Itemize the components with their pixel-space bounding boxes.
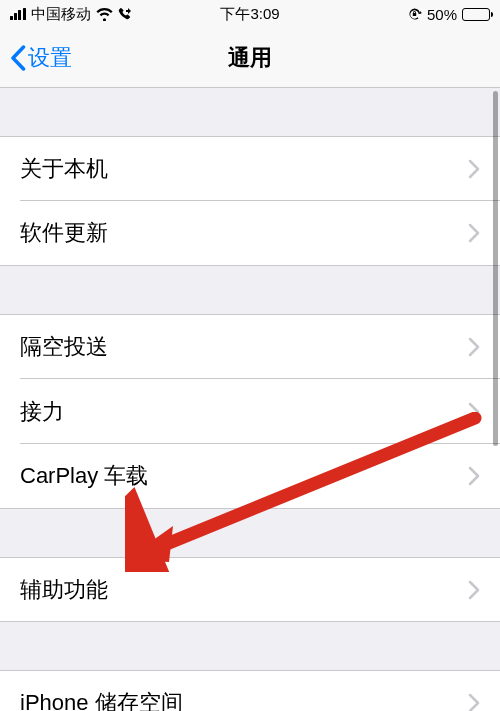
scrollbar-thumb[interactable] <box>493 91 498 446</box>
row-handoff[interactable]: 接力 <box>0 379 500 444</box>
status-left: 中国移动 <box>10 5 132 24</box>
status-time: 下午3:09 <box>220 5 279 24</box>
row-label: 接力 <box>20 397 64 427</box>
nav-bar: 设置 通用 <box>0 28 500 88</box>
call-forward-icon <box>118 7 132 21</box>
chevron-right-icon <box>468 159 480 179</box>
row-label: 软件更新 <box>20 218 108 248</box>
chevron-right-icon <box>468 693 480 711</box>
group-gap <box>0 88 500 136</box>
row-airdrop[interactable]: 隔空投送 <box>0 314 500 379</box>
chevron-right-icon <box>468 337 480 357</box>
group-gap <box>0 509 500 557</box>
back-label: 设置 <box>28 43 72 73</box>
chevron-right-icon <box>468 466 480 486</box>
chevron-right-icon <box>468 580 480 600</box>
nav-title: 通用 <box>228 43 272 73</box>
row-label: 隔空投送 <box>20 332 108 362</box>
status-right: 50% <box>407 6 490 23</box>
row-label: 辅助功能 <box>20 575 108 605</box>
group-gap <box>0 622 500 670</box>
row-label: 关于本机 <box>20 154 108 184</box>
signal-bars-icon <box>10 8 26 20</box>
row-carplay[interactable]: CarPlay 车载 <box>0 444 500 509</box>
row-label: CarPlay 车载 <box>20 461 148 491</box>
row-label: iPhone 储存空间 <box>20 688 183 711</box>
status-bar: 中国移动 下午3:09 50% <box>0 0 500 28</box>
carrier-label: 中国移动 <box>31 5 91 24</box>
orientation-lock-icon <box>407 7 422 22</box>
chevron-right-icon <box>468 223 480 243</box>
settings-list[interactable]: 关于本机 软件更新 隔空投送 接力 CarPlay 车载 辅助功能 <box>0 88 500 711</box>
battery-percent: 50% <box>427 6 457 23</box>
row-iphone-storage[interactable]: iPhone 储存空间 <box>0 670 500 711</box>
scrollbar[interactable] <box>493 91 498 710</box>
back-button[interactable]: 设置 <box>10 43 72 73</box>
row-about[interactable]: 关于本机 <box>0 136 500 201</box>
battery-icon <box>462 8 490 21</box>
row-accessibility[interactable]: 辅助功能 <box>0 557 500 622</box>
row-software-update[interactable]: 软件更新 <box>0 201 500 266</box>
chevron-right-icon <box>468 402 480 422</box>
chevron-left-icon <box>10 45 26 71</box>
wifi-icon <box>96 8 113 21</box>
group-gap <box>0 266 500 314</box>
